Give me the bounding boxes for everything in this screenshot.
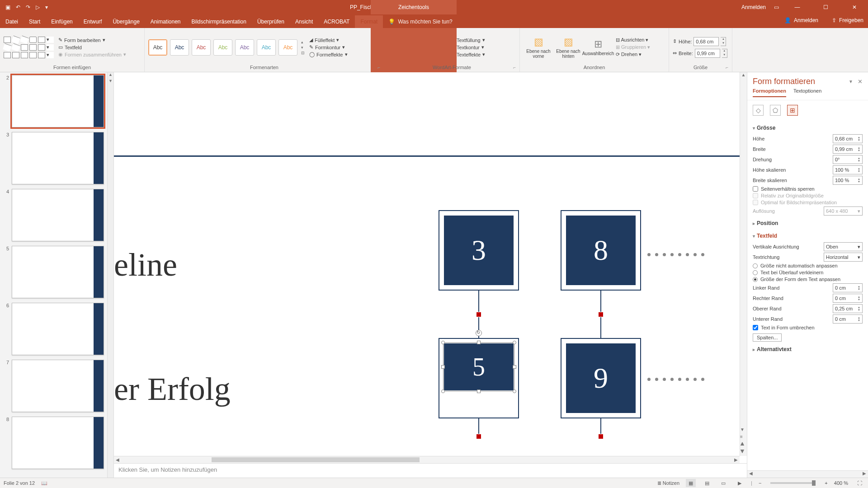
timeline-box-5[interactable]: 5 (444, 343, 514, 390)
thumbnail-slide-2[interactable] (12, 75, 104, 127)
undo-icon[interactable]: ↶ (16, 4, 20, 10)
tab-file[interactable]: Datei (0, 15, 24, 28)
spellcheck-icon[interactable]: 📖 (41, 480, 47, 486)
connector-handle[interactable] (598, 312, 604, 317)
select-valign[interactable]: Oben▾ (824, 242, 863, 251)
dialog-launcher-icon[interactable]: ⌐ (377, 65, 380, 70)
tab-acrobat[interactable]: ACROBAT (318, 15, 355, 28)
input-scale-height[interactable]: 100 %▲▼ (833, 165, 863, 174)
resize-handle-se[interactable] (513, 389, 516, 393)
height-input[interactable]: 0,68 cm (693, 37, 719, 46)
input-rotation[interactable]: 0°▲▼ (833, 155, 863, 164)
width-spinner[interactable]: ▲▼ (722, 49, 727, 58)
height-spinner[interactable]: ▲▼ (721, 37, 726, 46)
shape-gallery[interactable]: ▾ ▾ ▾ (4, 37, 54, 58)
start-from-beginning-icon[interactable]: ▷ (36, 4, 40, 10)
input-height[interactable]: 0,68 cm▲▼ (833, 134, 863, 143)
thumbnail-slide-8[interactable] (12, 417, 104, 469)
thumbnail-slide-4[interactable] (12, 189, 104, 241)
width-input[interactable]: 0,99 cm (695, 49, 720, 58)
pane-tab-shape[interactable]: Formoptionen (753, 88, 786, 97)
resize-handle-ne[interactable] (513, 341, 516, 344)
tabs-signin[interactable]: 👤Anmelden (784, 17, 818, 23)
bring-forward-button[interactable]: ▧Ebene nach vorne (524, 36, 553, 59)
shape-effects-button[interactable]: ◯Formeffekte▾ (309, 52, 348, 57)
tab-review[interactable]: Überprüfen (252, 15, 290, 28)
input-margin-top[interactable]: 0,25 cm▲▼ (833, 304, 863, 313)
normal-view-icon[interactable]: ▦ (686, 479, 696, 487)
tab-format[interactable]: Format (355, 15, 383, 28)
minimize-button[interactable]: — (787, 0, 807, 14)
close-button[interactable]: ✕ (844, 0, 864, 14)
resize-handle-s[interactable] (477, 389, 481, 393)
rotate-button[interactable]: ⟳ Drehen ▾ (616, 52, 650, 57)
input-margin-left[interactable]: 0 cm▲▼ (833, 283, 863, 292)
section-textbox[interactable]: Textfeld (753, 231, 863, 241)
sorter-view-icon[interactable]: ▤ (702, 479, 712, 487)
input-scale-width[interactable]: 100 %▲▼ (833, 176, 863, 185)
input-margin-bottom[interactable]: 0 cm▲▼ (833, 314, 863, 324)
share-button[interactable]: ⇪Freigeben (832, 17, 863, 23)
thumbnails-scrollbar[interactable]: ▲▼ (107, 72, 113, 478)
columns-button[interactable]: Spalten... (753, 333, 782, 342)
rotate-handle[interactable] (476, 330, 482, 336)
align-button[interactable]: ⊟ Ausrichten ▾ (616, 37, 650, 43)
tab-design[interactable]: Entwurf (78, 15, 108, 28)
send-backward-button[interactable]: ▨Ebene nach hinten (553, 36, 583, 59)
edit-shape-button[interactable]: ✎Form bearbeiten▾ (58, 37, 126, 43)
pane-hscrollbar[interactable]: ◀▶ (747, 470, 868, 478)
effects-icon[interactable]: ⬠ (770, 105, 781, 116)
editor-vscrollbar[interactable]: ▲▼≡⯅⯆ (740, 72, 747, 456)
radio-autosize-none[interactable]: Größe nicht automatisch anpassen (753, 263, 863, 268)
shape-style-gallery[interactable]: Abc Abc Abc Abc Abc Abc Abc ▴▾⊟ (148, 39, 305, 56)
size-properties-icon[interactable]: ⊞ (787, 105, 798, 116)
resize-handle-sw[interactable] (441, 389, 445, 393)
select-textdir[interactable]: Horizontal▾ (824, 253, 863, 262)
tab-view[interactable]: Ansicht (290, 15, 318, 28)
notes-pane[interactable]: Klicken Sie, um Notizen hinzuzufügen (114, 463, 747, 478)
thumbnail-slide-6[interactable] (12, 303, 104, 355)
tab-transitions[interactable]: Übergänge (107, 15, 145, 28)
selection-pane-button[interactable]: ⊞Auswahlbereich (583, 38, 613, 56)
zoom-out-icon[interactable]: − (759, 480, 761, 486)
fill-line-icon[interactable]: ◇ (753, 105, 764, 116)
pane-dropdown-icon[interactable]: ▼ (849, 79, 853, 84)
section-size[interactable]: Grösse (753, 123, 863, 133)
thumbnail-slide-3[interactable] (12, 132, 104, 184)
fit-to-window-icon[interactable]: ⛶ (854, 479, 864, 487)
tab-slideshow[interactable]: Bildschirmpräsentation (186, 15, 252, 28)
tab-home[interactable]: Start (24, 15, 46, 28)
redo-icon[interactable]: ↷ (26, 4, 30, 10)
reading-view-icon[interactable]: ▭ (718, 479, 728, 487)
section-alttext[interactable]: Alternativtext (753, 344, 863, 354)
thumbnail-slide-5[interactable] (12, 246, 104, 298)
thumbnail-slide-7[interactable] (12, 360, 104, 412)
pane-tab-text[interactable]: Textoptionen (793, 88, 821, 97)
ribbon-display-icon[interactable]: ▭ (774, 4, 779, 10)
checkbox-lock-aspect[interactable]: Seitenverhältnis sperren (753, 186, 863, 192)
textbox-button[interactable]: ▭Textfeld (58, 44, 126, 50)
zoom-level[interactable]: 400 % (834, 480, 848, 486)
dialog-launcher-icon[interactable]: ⌐ (513, 65, 516, 70)
tell-me[interactable]: 💡Was möchten Sie tun? (383, 15, 458, 28)
checkbox-wrap-text[interactable]: Text in Form umbrechen (753, 325, 863, 330)
connector-handle[interactable] (476, 434, 481, 439)
qat-more-icon[interactable]: ▾ (45, 4, 48, 10)
slideshow-view-icon[interactable]: ▶ (735, 479, 745, 487)
editor-hscrollbar[interactable]: ◀▶ (114, 456, 740, 463)
connector-handle[interactable] (598, 434, 604, 439)
slide-canvas[interactable]: eline er Erfolg 3 8 5 (114, 72, 740, 456)
slide-counter[interactable]: Folie 2 von 12 (4, 480, 35, 486)
shape-outline-button[interactable]: ✎Formkontur▾ (309, 44, 348, 50)
connector-handle[interactable] (476, 312, 481, 317)
tab-insert[interactable]: Einfügen (46, 15, 78, 28)
tab-animations[interactable]: Animationen (145, 15, 186, 28)
section-position[interactable]: Position (753, 218, 863, 228)
input-width[interactable]: 0,99 cm▲▼ (833, 145, 863, 154)
pane-close-icon[interactable]: ✕ (858, 78, 863, 85)
resize-handle-nw[interactable] (441, 341, 445, 344)
timeline-box-9[interactable]: 9 (566, 343, 636, 413)
resize-handle-n[interactable] (477, 341, 481, 344)
resize-handle-e[interactable] (513, 365, 516, 369)
radio-autosize-resize[interactable]: Größe der Form dem Text anpassen (753, 277, 863, 282)
